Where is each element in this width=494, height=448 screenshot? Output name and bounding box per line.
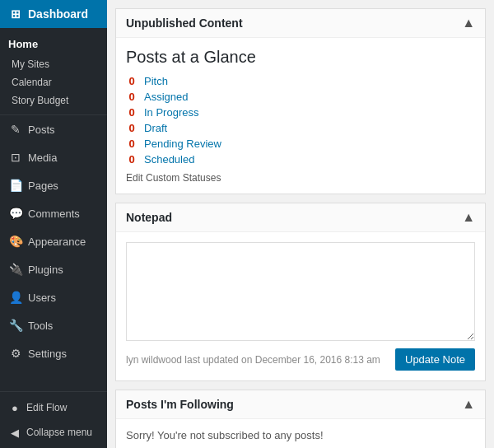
- sidebar-header-label: Dashboard: [28, 7, 88, 21]
- notepad-widget-title: Notepad: [126, 211, 172, 224]
- glance-item-draft: 0 Draft: [126, 122, 475, 134]
- sidebar-footer: ● Edit Flow ◀ Collapse menu: [0, 391, 107, 448]
- comments-icon: 💬: [8, 206, 23, 221]
- glance-count-scheduled: 0: [126, 153, 137, 166]
- glance-count-draft: 0: [126, 122, 137, 134]
- glance-count-assigned: 0: [126, 91, 137, 103]
- sidebar-item-comments[interactable]: 💬 Comments: [0, 199, 107, 227]
- glance-item-assigned: 0 Assigned: [126, 91, 475, 103]
- sidebar-item-media-label: Media: [28, 152, 57, 164]
- unpublished-widget-body: Posts at a Glance 0 Pitch 0 Assigned 0 I…: [116, 38, 485, 194]
- notepad-widget: Notepad ▲ lyn wildwood last updated on D…: [115, 203, 486, 381]
- sidebar-item-settings[interactable]: ⚙ Settings: [0, 339, 107, 367]
- sidebar-item-posts-label: Posts: [28, 124, 55, 136]
- notepad-textarea[interactable]: [126, 242, 475, 341]
- following-widget-header: Posts I'm Following ▲: [116, 390, 485, 419]
- media-icon: ⊡: [8, 150, 23, 165]
- following-message: Sorry! You're not subscribed to any post…: [126, 429, 324, 441]
- glance-count-in-progress: 0: [126, 106, 137, 119]
- sidebar-home-section: Home My Sites Calendar Story Budget: [0, 28, 107, 115]
- glance-item-in-progress: 0 In Progress: [126, 106, 475, 119]
- glance-title: Posts at a Glance: [126, 48, 475, 67]
- following-widget-title: Posts I'm Following: [126, 398, 234, 411]
- notepad-footer: lyn wildwood last updated on December 16…: [126, 348, 475, 371]
- glance-item-scheduled: 0 Scheduled: [126, 153, 475, 166]
- glance-label-draft[interactable]: Draft: [144, 122, 167, 134]
- pages-icon: 📄: [8, 178, 23, 193]
- sidebar-item-pages-label: Pages: [28, 180, 58, 192]
- sidebar-item-collapse-menu[interactable]: ◀ Collapse menu: [0, 420, 107, 445]
- users-icon: 👤: [8, 290, 23, 305]
- appearance-icon: 🎨: [8, 234, 23, 249]
- dashboard-icon: ⊞: [8, 7, 23, 21]
- posts-icon: ✎: [8, 122, 23, 137]
- sidebar-item-tools-label: Tools: [28, 320, 53, 332]
- edit-flow-icon: ●: [8, 401, 21, 414]
- plugins-icon: 🔌: [8, 262, 23, 277]
- sidebar-item-comments-label: Comments: [28, 208, 80, 220]
- sidebar: ⊞ Dashboard Home My Sites Calendar Story…: [0, 0, 107, 448]
- glance-label-pending-review[interactable]: Pending Review: [144, 138, 221, 150]
- sidebar-item-edit-flow-label: Edit Flow: [26, 402, 67, 413]
- glance-item-pitch: 0 Pitch: [126, 75, 475, 87]
- notepad-widget-body: lyn wildwood last updated on December 16…: [116, 232, 485, 380]
- sidebar-item-users-label: Users: [28, 292, 56, 304]
- sidebar-item-story-budget[interactable]: Story Budget: [0, 91, 107, 110]
- glance-label-scheduled[interactable]: Scheduled: [144, 153, 194, 166]
- settings-icon: ⚙: [8, 346, 23, 361]
- glance-label-pitch[interactable]: Pitch: [144, 75, 168, 87]
- following-widget: Posts I'm Following ▲ Sorry! You're not …: [115, 390, 486, 448]
- unpublished-widget-toggle[interactable]: ▲: [462, 16, 475, 30]
- sidebar-header[interactable]: ⊞ Dashboard: [0, 0, 107, 28]
- following-widget-body: Sorry! You're not subscribed to any post…: [116, 419, 485, 448]
- glance-label-in-progress[interactable]: In Progress: [144, 106, 198, 119]
- sidebar-item-tools[interactable]: 🔧 Tools: [0, 311, 107, 339]
- glance-count-pending-review: 0: [126, 138, 137, 150]
- unpublished-widget: Unpublished Content ▲ Posts at a Glance …: [115, 8, 486, 194]
- notepad-widget-header: Notepad ▲: [116, 203, 485, 232]
- edit-custom-statuses-link[interactable]: Edit Custom Statuses: [126, 172, 475, 184]
- notepad-widget-toggle[interactable]: ▲: [462, 210, 475, 225]
- sidebar-item-calendar[interactable]: Calendar: [0, 73, 107, 91]
- collapse-icon: ◀: [8, 426, 21, 439]
- sidebar-home-label[interactable]: Home: [0, 33, 107, 55]
- glance-count-pitch: 0: [126, 75, 137, 87]
- glance-item-pending-review: 0 Pending Review: [126, 138, 475, 150]
- following-widget-toggle[interactable]: ▲: [462, 397, 475, 412]
- main-content: Unpublished Content ▲ Posts at a Glance …: [107, 0, 494, 448]
- sidebar-nav: ✎ Posts ⊡ Media 📄 Pages 💬 Comments 🎨 App…: [0, 115, 107, 367]
- tools-icon: 🔧: [8, 318, 23, 333]
- unpublished-widget-title: Unpublished Content: [126, 16, 243, 30]
- sidebar-item-edit-flow[interactable]: ● Edit Flow: [0, 395, 107, 420]
- glance-label-assigned[interactable]: Assigned: [144, 91, 188, 103]
- unpublished-widget-header: Unpublished Content ▲: [116, 9, 485, 38]
- sidebar-item-appearance-label: Appearance: [28, 236, 86, 248]
- update-note-button[interactable]: Update Note: [395, 348, 475, 371]
- sidebar-item-appearance[interactable]: 🎨 Appearance: [0, 227, 107, 255]
- sidebar-item-my-sites[interactable]: My Sites: [0, 55, 107, 73]
- sidebar-item-settings-label: Settings: [28, 348, 67, 360]
- sidebar-item-media[interactable]: ⊡ Media: [0, 143, 107, 171]
- sidebar-item-posts[interactable]: ✎ Posts: [0, 115, 107, 143]
- sidebar-item-plugins[interactable]: 🔌 Plugins: [0, 255, 107, 283]
- sidebar-item-pages[interactable]: 📄 Pages: [0, 171, 107, 199]
- sidebar-item-users[interactable]: 👤 Users: [0, 283, 107, 311]
- notepad-meta: lyn wildwood last updated on December 16…: [126, 354, 380, 366]
- sidebar-item-plugins-label: Plugins: [28, 264, 63, 276]
- sidebar-item-collapse-label: Collapse menu: [26, 427, 92, 438]
